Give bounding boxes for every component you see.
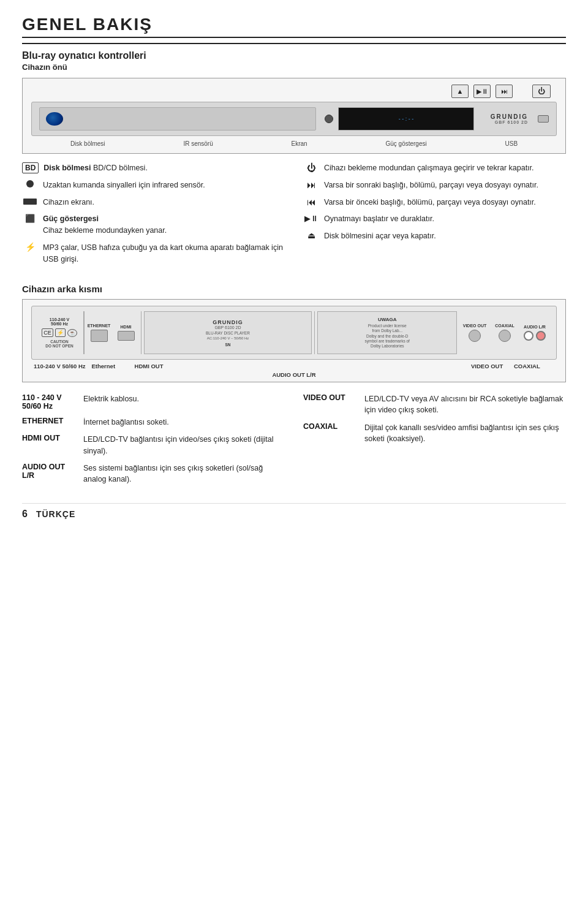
back-coaxial-area: COAXIAL [492, 324, 517, 342]
voltage-text: Elektrik kablosu. [83, 393, 139, 404]
back-feat-ethernet: ETHERNET İnternet bağlantısı soketi. [22, 417, 285, 428]
hdmi-label: HDMI OUT [22, 434, 77, 442]
prev-icon: ⏮ [303, 197, 319, 207]
audiolr-label-small: AUDIO L/R [524, 325, 546, 329]
audiolr-label: AUDIO OUT L/R [22, 463, 77, 480]
back-cert-icons: CE ⚡ ☕ [42, 328, 77, 337]
page-title-section: GENEL BAKIŞ [22, 15, 566, 38]
back-feat-coaxial: COAXIAL Dijital çok kanallı ses/video am… [303, 422, 566, 444]
front-feat-eject: ⏏ Disk bölmesini açar veya kapatır. [303, 230, 566, 242]
back-features-section: 110 - 240 V 50/60 Hz Elektrik kablosu. E… [22, 393, 566, 485]
back-device-diagram: 110-240 V50/60 Hz CE ⚡ ☕ CAUTIONDO NOT O… [22, 299, 566, 382]
front-device-diagram: ▲ ▶⏸ ⏭ ⏻ - - : - - GRUNDIG GBF 6100 2D D… [22, 78, 566, 154]
ethernet-label: ETHERNET [22, 417, 77, 425]
front-feat-diskbolmesi-text: Disk bölmesi BD/CD bölmesi. [43, 162, 148, 174]
front-feat-ekran: Cihazın ekranı. [22, 197, 285, 208]
front-controls-row: ▲ ▶⏸ ⏭ ⏻ [31, 85, 557, 98]
page-number: 6 [22, 509, 28, 520]
hdmi-port [118, 331, 135, 341]
back-voltage-area: 110-240 V50/60 Hz CE ⚡ ☕ CAUTIONDO NOT O… [38, 317, 81, 348]
back-features-right: VIDEO OUT LED/LCD-TV veya AV alıcısını b… [303, 393, 566, 485]
grundig-brand: GRUNDIG [213, 319, 243, 325]
coaxial-label: COAXIAL [303, 422, 358, 431]
guc-icon: ⬛ [22, 213, 38, 223]
front-label-usb: USB [505, 140, 518, 147]
videoout-text: LED/LCD-TV veya AV alıcısını bir RCA sok… [364, 393, 566, 415]
back-videoout-area: VIDEO OUT [459, 324, 490, 342]
next-icon: ⏭ [303, 180, 319, 190]
front-label-guc: Güç göstergesi [385, 140, 426, 147]
disk-bolmesi-icon: BD [22, 162, 39, 172]
eject-button-diagram: ▲ [451, 85, 469, 98]
front-feat-eject-text: Disk bölmesini açar veya kapatır. [324, 230, 436, 242]
front-feat-playpause-text: Oynatmayı başlatır ve duraklatır. [324, 213, 434, 225]
guc-label: Güç göstergesi [43, 214, 99, 223]
usb-icon: ⚡ [22, 242, 38, 252]
back-label-ethernet: Ethernet [92, 363, 135, 369]
back-divider-2 [141, 311, 142, 354]
back-audiolr-area: AUDIO L/R [519, 325, 550, 341]
voltage-label: 110 - 240 V 50/60 Hz [22, 393, 77, 411]
back-feat-voltage: 110 - 240 V 50/60 Hz Elektrik kablosu. [22, 393, 285, 411]
front-features-right: ⏻ Cihazı bekleme modundan çalışmaya geçi… [303, 162, 566, 270]
eject-icon: ⏏ [303, 230, 319, 240]
disk-slot-area [39, 107, 316, 131]
page-footer: 6 TÜRKÇE [22, 503, 566, 520]
ethernet-port [91, 330, 108, 342]
back-label-voltage: 110-240 V 50/60 Hz [34, 363, 92, 369]
front-feat-power: ⏻ Cihazı bekleme modundan çalışmaya geçi… [303, 162, 566, 174]
back-features-left: 110 - 240 V 50/60 Hz Elektrik kablosu. E… [22, 393, 285, 485]
playpause-button-diagram: ▶⏸ [473, 85, 491, 98]
back-hdmi-area: HDMI [114, 325, 138, 341]
usb-port-diagram [538, 115, 549, 123]
ir-icon [22, 180, 38, 189]
front-feat-power-text: Cihazı bekleme modundan çalışmaya geçiri… [324, 162, 534, 174]
video-out-port [469, 330, 481, 342]
back-feat-hdmi: HDMI OUT LED/LCD-TV bağlantısı için vide… [22, 434, 285, 456]
audio-port-r [536, 331, 546, 341]
back-label-coaxial: COAXIAL [514, 363, 557, 369]
front-feat-ekran-text: Cihazın ekranı. [43, 197, 94, 208]
back-feat-videoout: VIDEO OUT LED/LCD-TV veya AV alıcısını b… [303, 393, 566, 415]
grundig-sn: SN [225, 343, 230, 347]
audio-ports [524, 331, 546, 341]
hdmi-label-small: HDMI [121, 325, 132, 329]
coaxial-port [499, 330, 511, 342]
front-label-ir: IR sensörü [183, 140, 213, 147]
back-divider-3 [314, 311, 315, 354]
front-feat-usb-text: MP3 çalar, USB hafıza çubuğu ya da kart … [43, 242, 285, 265]
title-separator [22, 43, 566, 44]
front-label-ekran: Ekran [292, 140, 307, 147]
front-feat-ir-text: Uzaktan kumanda sinyalleri için infrared… [43, 180, 205, 191]
videoout-label: VIDEO OUT [303, 393, 358, 402]
back-ethernet-area: ETHERNET [87, 324, 111, 342]
front-feat-playpause: ▶⏸ Oynatmayı başlatır ve duraklatır. [303, 213, 566, 225]
front-feat-prev: ⏮ Varsa bir önceki başlığı, bölümü, parç… [303, 197, 566, 208]
uwaga-label: UWAGA [378, 317, 397, 322]
ekran-icon [22, 197, 38, 206]
ir-sensor-diagram [325, 115, 333, 123]
front-features-grid: BD Disk bölmesi BD/CD bölmesi. Uzaktan k… [22, 162, 566, 270]
front-feat-ir: Uzaktan kumanda sinyalleri için infrared… [22, 180, 285, 191]
back-label-audiolr: AUDIO OUT L/R [31, 371, 557, 378]
brand-area: GRUNDIG GBF 6100 2D [479, 113, 528, 124]
front-feat-next: ⏭ Varsa bir sonraki başlığı, bölümü, par… [303, 180, 566, 191]
coaxial-text: Dijital çok kanallı ses/video amfisi bağ… [364, 422, 566, 444]
hdmi-text: LED/LCD-TV bağlantısı için video/ses çık… [83, 434, 285, 456]
power-button-diagram: ⏻ [532, 85, 551, 98]
audio-port-l [524, 331, 533, 341]
front-feat-guc-content: Güç göstergesi Cihaz bekleme modundayken… [43, 213, 167, 237]
back-label-hdmi: HDMI OUT [135, 363, 178, 369]
next-button-diagram: ⏭ [496, 85, 513, 98]
back-label-videoout: VIDEO OUT [471, 363, 514, 369]
ethernet-text: İnternet bağlantısı soketi. [83, 417, 169, 428]
videoout-label-small: VIDEO OUT [463, 324, 487, 328]
front-feat-diskbolmesi: BD Disk bölmesi BD/CD bölmesi. [22, 162, 285, 174]
front-feat-prev-text: Varsa bir önceki başlığı, bölümü, parçay… [324, 197, 536, 208]
back-grundig-box: GRUNDIG GBP 6100 2D BLU-RAY DISC PLAYER … [144, 311, 312, 354]
front-feat-next-text: Varsa bir sonraki başlığı, bölümü, parça… [324, 180, 538, 191]
display-area: - - : - - [338, 107, 474, 131]
grundig-subtitle: BLU-RAY DISC PLAYER [206, 331, 250, 335]
subtitle-front: Blu-ray oynatıcı kontrolleri [22, 50, 566, 61]
front-feat-usb: ⚡ MP3 çalar, USB hafıza çubuğu ya da kar… [22, 242, 285, 265]
